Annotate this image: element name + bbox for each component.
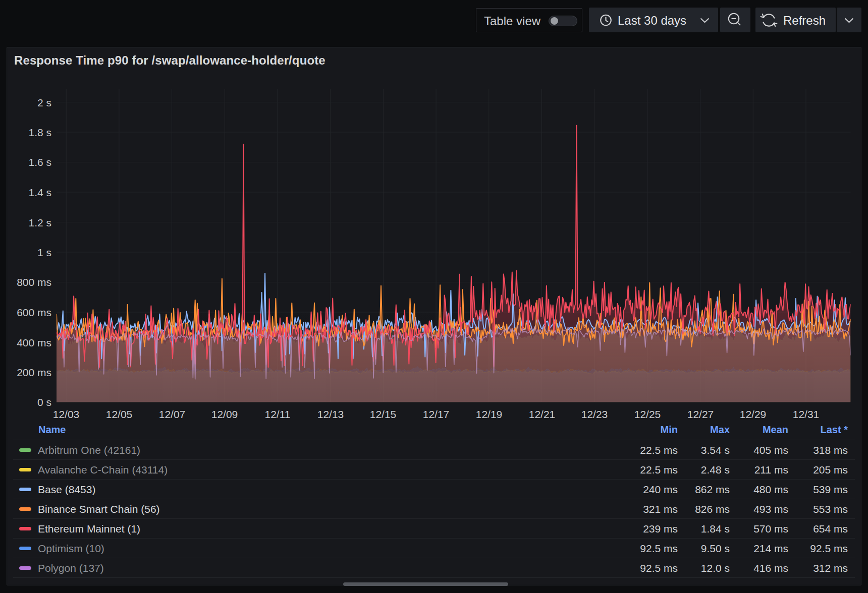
svg-text:Last 30 days: Last 30 days: [618, 14, 686, 27]
svg-text:Refresh: Refresh: [783, 14, 826, 27]
